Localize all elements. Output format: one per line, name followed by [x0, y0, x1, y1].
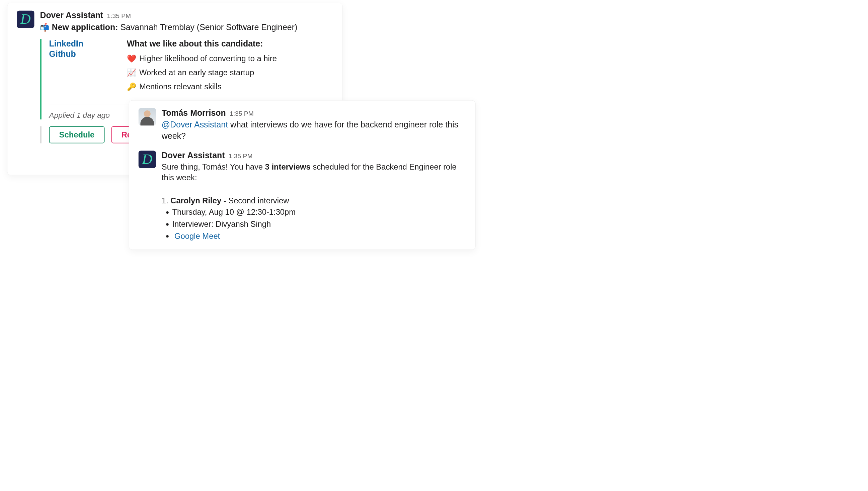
assistant-response: Sure thing, Tomás! You have 3 interviews…: [162, 162, 466, 183]
interview-link: Google Meet: [172, 230, 466, 242]
key-icon: 🔑: [127, 82, 136, 91]
candidate-bullet: ❤️ Higher likelihood of converting to a …: [127, 54, 277, 63]
dover-avatar: D: [139, 150, 156, 168]
svg-text:D: D: [142, 151, 152, 167]
sender-name: Tomás Morrison: [162, 108, 226, 117]
headline: 📬 New application: Savannah Tremblay (Se…: [40, 22, 333, 33]
candidate-heading: What we like about this candidate:: [127, 39, 277, 48]
linkedin-link[interactable]: LinkedIn: [49, 39, 110, 48]
interview-item: 1. Carolyn Riley - Second interview Thur…: [162, 196, 466, 242]
sender-name: Dover Assistant: [162, 150, 225, 160]
chart-icon: 📈: [127, 68, 136, 77]
google-meet-link[interactable]: Google Meet: [174, 231, 220, 240]
conversation-card: Tomás Morrison 1:35 PM @Dover Assistant …: [129, 100, 476, 250]
heart-icon: ❤️: [127, 54, 136, 63]
message-time: 1:35 PM: [228, 152, 253, 160]
user-avatar: [139, 108, 156, 125]
message-time: 1:35 PM: [107, 12, 131, 20]
interview-interviewer: Interviewer: Divyansh Singh: [172, 218, 466, 230]
mention[interactable]: @Dover Assistant: [162, 120, 228, 129]
dover-avatar: D: [17, 11, 34, 28]
schedule-button[interactable]: Schedule: [49, 126, 105, 143]
mailbox-icon: 📬: [40, 23, 49, 32]
user-message: @Dover Assistant what interviews do we h…: [162, 119, 466, 142]
candidate-bullet: 📈 Worked at an early stage startup: [127, 68, 277, 77]
message-time: 1:35 PM: [229, 110, 254, 117]
sender-name: Dover Assistant: [40, 11, 103, 20]
github-link[interactable]: Github: [49, 50, 110, 59]
candidate-bullet: 🔑 Mentions relevant skills: [127, 82, 277, 91]
svg-text:D: D: [20, 11, 31, 27]
interview-time: Thursday, Aug 10 @ 12:30-1:30pm: [172, 206, 466, 218]
